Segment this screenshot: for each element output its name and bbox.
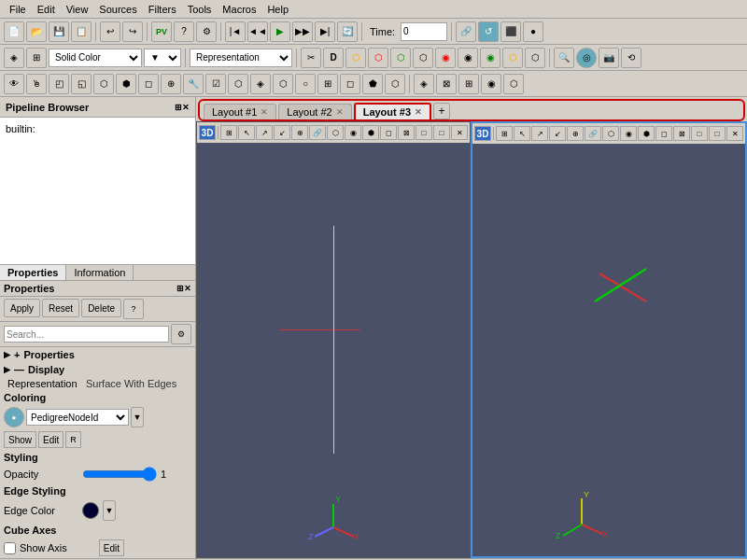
tab-layout3-close[interactable]: ✕: [415, 107, 422, 117]
tab-add-button[interactable]: +: [433, 103, 450, 119]
tb3-btn17[interactable]: ⬟: [362, 74, 383, 94]
tb3-btn10[interactable]: ☑: [205, 74, 226, 94]
vp-right-close[interactable]: ✕: [726, 126, 743, 141]
search-input[interactable]: [4, 326, 169, 343]
rescale-button[interactable]: R: [65, 431, 81, 448]
vp-left-btn3[interactable]: ↗: [256, 125, 273, 140]
visu-btn6[interactable]: ◉: [458, 48, 478, 68]
record-button[interactable]: ●: [523, 21, 543, 42]
tb3-btn3[interactable]: ◰: [49, 74, 69, 94]
vp-right-btn5[interactable]: ⊕: [567, 126, 584, 141]
open-button[interactable]: 📂: [26, 21, 47, 42]
tb2-btn2[interactable]: ⊞: [26, 48, 47, 68]
tb3-btn14[interactable]: ○: [295, 74, 316, 94]
tb3-btn1[interactable]: 👁: [4, 74, 24, 94]
menu-macros[interactable]: Macros: [217, 2, 261, 17]
chart-btn[interactable]: ◎: [576, 48, 597, 68]
visu-btn8[interactable]: ⬡: [502, 48, 523, 68]
vp-left-btn6[interactable]: 🔗: [309, 125, 326, 140]
tab-layout1-close[interactable]: ✕: [261, 107, 268, 117]
reset-button[interactable]: Reset: [42, 299, 79, 317]
vp-left-btn1[interactable]: ⊞: [220, 125, 237, 140]
tb3-btn13[interactable]: ⬡: [273, 74, 293, 94]
tb3-btn6[interactable]: ⬢: [116, 74, 136, 94]
vp-left-btn8[interactable]: ◉: [345, 125, 361, 140]
edit-colormap-button[interactable]: Edit: [38, 431, 63, 448]
visu-btn1[interactable]: ⬡: [345, 48, 366, 68]
vp-right-btn8[interactable]: ◉: [620, 126, 637, 141]
tb3-btn12[interactable]: ◈: [250, 74, 271, 94]
tab-layout1[interactable]: Layout #1 ✕: [204, 104, 276, 119]
cube-edit-button[interactable]: Edit: [99, 539, 124, 556]
vp-right-btn13[interactable]: □: [709, 126, 726, 141]
show-axis-checkbox[interactable]: [4, 542, 16, 554]
loop-button[interactable]: 🔄: [337, 21, 358, 42]
vp-left-btn13[interactable]: □: [433, 125, 450, 140]
opacity-slider[interactable]: [82, 467, 157, 482]
vp-left-btn7[interactable]: ⬡: [327, 125, 344, 140]
tab-layout3[interactable]: Layout #3 ✕: [354, 103, 431, 119]
menu-file[interactable]: File: [4, 2, 32, 17]
vp-right-3d-label[interactable]: 3D: [474, 126, 491, 141]
edge-color-dropdown[interactable]: ▼: [103, 500, 116, 521]
new-button[interactable]: 📄: [4, 21, 24, 42]
menu-edit[interactable]: Edit: [32, 2, 61, 17]
menu-filters[interactable]: Filters: [143, 2, 182, 17]
vp-left-3d-label[interactable]: 3D: [199, 125, 216, 140]
vp-right-btn3[interactable]: ↗: [531, 126, 548, 141]
vp-left-btn4[interactable]: ↙: [274, 125, 290, 140]
visu-btn5[interactable]: ◉: [435, 48, 456, 68]
tb2-btn1[interactable]: ◈: [4, 48, 24, 68]
vp-right-btn1[interactable]: ⊞: [496, 126, 513, 141]
tb3-btn11[interactable]: ⬡: [228, 74, 248, 94]
properties-section-header[interactable]: ▶ + Properties: [0, 347, 195, 362]
menu-view[interactable]: View: [61, 2, 94, 17]
search-options-button[interactable]: ⚙: [171, 324, 191, 344]
camera-btn[interactable]: 📷: [599, 48, 619, 68]
color-select-extra[interactable]: ▼: [144, 49, 181, 67]
next-frame-button[interactable]: ▶▶: [292, 21, 313, 42]
tb3-btn7[interactable]: ◻: [138, 74, 159, 94]
prev-frame-button[interactable]: ◄◄: [247, 21, 268, 42]
solid-color-select[interactable]: Solid Color: [49, 49, 142, 67]
delete-button[interactable]: Delete: [81, 299, 121, 317]
coloring-select[interactable]: PedigreeNodeId: [26, 409, 129, 426]
vp-left-btn9[interactable]: ⬢: [362, 125, 379, 140]
tb3-select5[interactable]: ⬡: [503, 74, 524, 94]
time-input[interactable]: [401, 22, 447, 41]
show-button[interactable]: Show: [4, 431, 36, 448]
vp-right-btn11[interactable]: ⊠: [673, 126, 690, 141]
vp-right-btn6[interactable]: 🔗: [585, 126, 601, 141]
visu-btn3[interactable]: ⬡: [390, 48, 411, 68]
save-button[interactable]: 💾: [49, 21, 69, 42]
tb3-select1[interactable]: ◈: [414, 74, 434, 94]
menu-help[interactable]: Help: [261, 2, 294, 17]
coloring-extra[interactable]: ▼: [131, 407, 144, 427]
props-help-button[interactable]: ?: [123, 299, 144, 319]
visu-btn9[interactable]: ⬡: [525, 48, 545, 68]
vp-left-btn10[interactable]: ◻: [380, 125, 397, 140]
tab-information[interactable]: Information: [66, 265, 134, 280]
tb3-btn16[interactable]: ◻: [340, 74, 360, 94]
play-button[interactable]: ▶: [270, 21, 290, 42]
visu-btn7[interactable]: ◉: [480, 48, 500, 68]
vp-right-btn7[interactable]: ⬡: [602, 126, 619, 141]
menu-sources[interactable]: Sources: [93, 2, 142, 17]
vp-right-btn12[interactable]: □: [691, 126, 708, 141]
vp-right-btn10[interactable]: ◻: [655, 126, 672, 141]
tb3-btn5[interactable]: ⬡: [93, 74, 114, 94]
vp-right-btn9[interactable]: ⬢: [638, 126, 655, 141]
interaction-mode-button[interactable]: ↺: [478, 21, 499, 42]
apply-button[interactable]: Apply: [4, 299, 40, 317]
save-state-button[interactable]: 📋: [71, 21, 92, 42]
tb3-btn2[interactable]: 🖱: [26, 74, 47, 94]
tb3-btn15[interactable]: ⊞: [317, 74, 338, 94]
query-btn[interactable]: 🔍: [554, 48, 574, 68]
tb3-select4[interactable]: ◉: [481, 74, 501, 94]
last-frame-button[interactable]: ▶|: [315, 21, 335, 42]
vp-left-btn5[interactable]: ⊕: [291, 125, 308, 140]
first-frame-button[interactable]: |◄: [225, 21, 246, 42]
undo-button[interactable]: ↩: [100, 21, 120, 42]
vp-left-btn12[interactable]: □: [416, 125, 432, 140]
help-button[interactable]: ?: [174, 21, 194, 42]
